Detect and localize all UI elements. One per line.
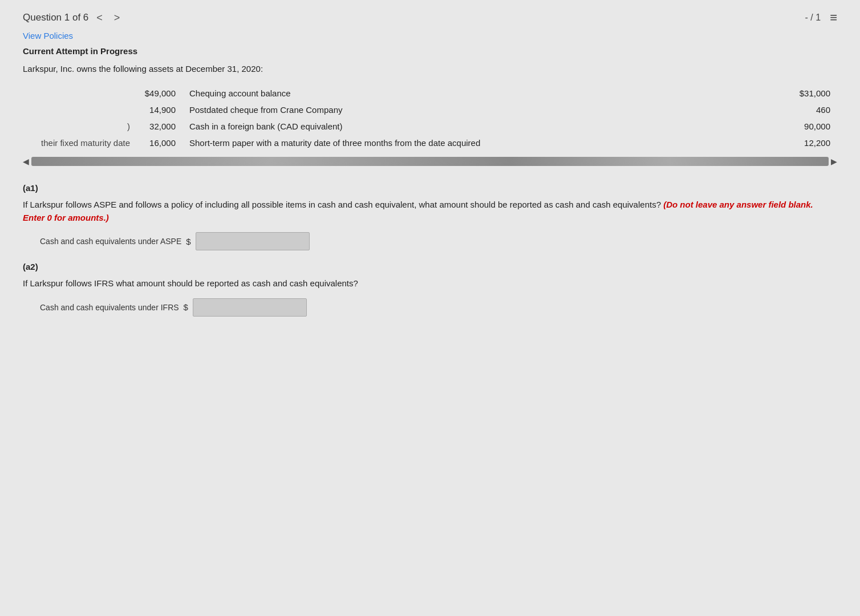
part-a2-answer-row: Cash and cash equivalents under IFRS $ bbox=[40, 298, 837, 317]
row3-left-label: ) bbox=[23, 118, 137, 135]
row1-right-amount: $31,000 bbox=[786, 85, 837, 102]
table-row: their fixed maturity date 16,000 Short-t… bbox=[23, 135, 837, 151]
part-a2-question-text: If Larkspur follows IFRS what amount sho… bbox=[23, 278, 358, 288]
row2-right-amount: 460 bbox=[786, 102, 837, 118]
row4-right-amount: 12,200 bbox=[786, 135, 837, 151]
row2-description: Postdated cheque from Crane Company bbox=[182, 102, 786, 118]
part-a2-question: If Larkspur follows IFRS what amount sho… bbox=[23, 277, 837, 290]
part-a1-answer-row: Cash and cash equivalents under ASPE $ bbox=[40, 232, 837, 250]
row3-right-amount: 90,000 bbox=[786, 118, 837, 135]
question-label: Question 1 of 6 bbox=[23, 12, 88, 23]
part-a1-section: (a1) If Larkspur follows ASPE and follow… bbox=[23, 183, 837, 250]
table-row: ) 32,000 Cash in a foreign bank (CAD equ… bbox=[23, 118, 837, 135]
view-policies-link[interactable]: View Policies bbox=[23, 31, 73, 40]
top-right: - / 1 ≡ bbox=[805, 10, 837, 25]
part-a1-answer-label: Cash and cash equivalents under ASPE bbox=[40, 237, 181, 246]
row3-amount: 32,000 bbox=[137, 118, 182, 135]
part-a1-question-text: If Larkspur follows ASPE and follows a p… bbox=[23, 200, 661, 209]
row4-description: Short-term paper with a maturity date of… bbox=[182, 135, 786, 151]
part-a2-section: (a2) If Larkspur follows IFRS what amoun… bbox=[23, 262, 837, 317]
part-a1-dollar: $ bbox=[186, 237, 190, 246]
horizontal-scrollbar[interactable]: ◀ ▶ bbox=[23, 157, 837, 166]
row1-left-label bbox=[23, 85, 137, 102]
row4-left-label: their fixed maturity date bbox=[23, 135, 137, 151]
scroll-left-arrow[interactable]: ◀ bbox=[23, 157, 29, 166]
current-attempt-status: Current Attempt in Progress bbox=[23, 46, 837, 56]
next-button[interactable]: > bbox=[111, 11, 124, 25]
score-display: - / 1 bbox=[805, 13, 821, 23]
part-a2-label: (a2) bbox=[23, 262, 837, 271]
intro-text: Larkspur, Inc. owns the following assets… bbox=[23, 64, 837, 74]
table-row: $49,000 Chequing account balance $31,000 bbox=[23, 85, 837, 102]
scroll-right-arrow[interactable]: ▶ bbox=[831, 157, 837, 166]
part-a1-label: (a1) bbox=[23, 183, 837, 193]
row2-amount: 14,900 bbox=[137, 102, 182, 118]
row3-description: Cash in a foreign bank (CAD equivalent) bbox=[182, 118, 786, 135]
part-a1-question: If Larkspur follows ASPE and follows a p… bbox=[23, 198, 837, 224]
scroll-track[interactable] bbox=[31, 157, 829, 166]
top-bar: Question 1 of 6 < > - / 1 ≡ bbox=[23, 10, 837, 25]
table-row: 14,900 Postdated cheque from Crane Compa… bbox=[23, 102, 837, 118]
part-a1-input[interactable] bbox=[196, 232, 310, 250]
prev-button[interactable]: < bbox=[93, 11, 106, 25]
part-a2-dollar: $ bbox=[184, 302, 188, 312]
assets-table-wrapper: $49,000 Chequing account balance $31,000… bbox=[23, 85, 837, 172]
part-a2-input[interactable] bbox=[193, 298, 307, 317]
row1-amount: $49,000 bbox=[137, 85, 182, 102]
row2-left-label bbox=[23, 102, 137, 118]
menu-icon[interactable]: ≡ bbox=[830, 10, 837, 25]
question-nav: Question 1 of 6 < > bbox=[23, 11, 123, 25]
row1-description: Chequing account balance bbox=[182, 85, 786, 102]
assets-table: $49,000 Chequing account balance $31,000… bbox=[23, 85, 837, 151]
part-a2-answer-label: Cash and cash equivalents under IFRS bbox=[40, 303, 179, 312]
row4-amount: 16,000 bbox=[137, 135, 182, 151]
